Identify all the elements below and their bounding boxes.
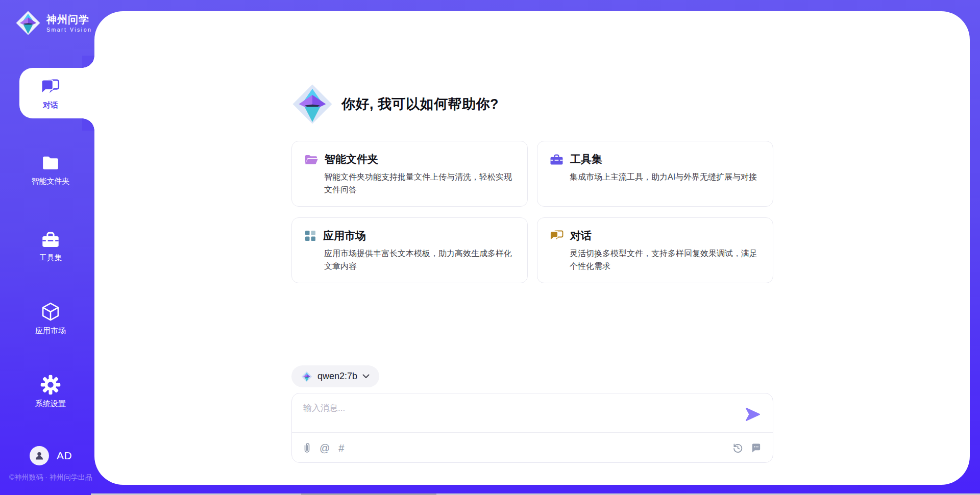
card-description: 集成市场上主流工具，助力AI与外界无缝扩展与对接: [570, 171, 761, 184]
model-selector[interactable]: qwen2:7b: [291, 365, 379, 387]
assistant-logo-icon: [291, 83, 333, 125]
card-description: 智能文件夹功能支持批量文件上传与清洗，轻松实现文件问答: [324, 171, 515, 196]
model-logo-icon: [301, 371, 312, 382]
avatar: [30, 446, 49, 465]
message-composer: @ #: [291, 393, 773, 463]
card-toolset[interactable]: 工具集 集成市场上主流工具，助力AI与外界无缝扩展与对接: [537, 141, 773, 207]
person-icon: [33, 450, 45, 462]
history-icon[interactable]: [732, 442, 743, 453]
main-panel: 你好, 我可以如何帮助你? 智能文件夹 智能文件夹功能支持批量文件上传与清洗，轻…: [94, 11, 970, 485]
chat-bubbles-icon: [550, 230, 564, 242]
card-title: 智能文件夹: [325, 152, 378, 166]
card-header: 工具集: [550, 152, 761, 166]
card-header: 对话: [550, 229, 761, 243]
sidebar-item-label: 工具集: [39, 253, 62, 263]
copyright-text: ©神州数码 · 神州问学出品: [9, 473, 92, 482]
card-title: 工具集: [570, 152, 602, 166]
sidebar-item-label: 对话: [43, 101, 58, 110]
card-smart-folder[interactable]: 智能文件夹 智能文件夹功能支持批量文件上传与清洗，轻松实现文件问答: [291, 141, 528, 207]
hashtag-icon[interactable]: #: [338, 443, 344, 453]
sidebar-item-toolset[interactable]: 工具集: [5, 229, 96, 263]
composer-toolbar: @ #: [292, 433, 773, 463]
sidebar-item-smart-folder[interactable]: 智能文件夹: [5, 153, 96, 186]
brand-logo-icon: [15, 10, 41, 36]
send-icon[interactable]: [745, 407, 761, 422]
user-account[interactable]: AD: [30, 446, 72, 465]
brand-name: 神州问学: [46, 14, 92, 26]
sidebar-item-label: 应用市场: [35, 326, 66, 336]
model-name: qwen2:7b: [317, 371, 357, 382]
greeting-title: 你好, 我可以如何帮助你?: [341, 95, 499, 113]
sidebar-item-label: 系统设置: [35, 399, 66, 409]
card-header: 应用市场: [304, 229, 515, 243]
user-initials: AD: [57, 450, 72, 462]
app-root: 神州问学 Smart Vision 对话: [0, 0, 980, 495]
composer-toolbar-right: [732, 442, 762, 453]
grid-icon: [304, 230, 316, 242]
folder-icon: [40, 153, 61, 173]
brand-text: 神州问学 Smart Vision: [46, 14, 92, 33]
card-header: 智能文件夹: [304, 152, 515, 166]
card-description: 灵活切换多模型文件，支持多样回复效果调试，满足个性化需求: [570, 247, 761, 273]
sidebar: 神州问学 Smart Vision 对话: [0, 0, 94, 495]
gear-icon: [40, 374, 61, 395]
toolbox-icon: [40, 229, 61, 250]
card-title: 应用市场: [323, 229, 366, 243]
sidebar-item-app-market[interactable]: 应用市场: [5, 301, 96, 336]
paperclip-icon[interactable]: [303, 442, 311, 454]
chevron-down-icon: [362, 374, 370, 379]
mention-icon[interactable]: @: [320, 443, 330, 453]
card-description: 应用市场提供丰富长文本模板，助力高效生成多样化文章内容: [324, 247, 515, 273]
active-tab-fillet-top: [82, 56, 94, 68]
toolbox-icon: [550, 154, 564, 165]
feature-cards: 智能文件夹 智能文件夹功能支持批量文件上传与清洗，轻松实现文件问答: [291, 141, 773, 283]
cube-icon: [40, 301, 61, 323]
message-input[interactable]: [292, 393, 731, 430]
sidebar-item-label: 智能文件夹: [32, 177, 70, 186]
card-app-market[interactable]: 应用市场 应用市场提供丰富长文本模板，助力高效生成多样化文章内容: [291, 217, 528, 283]
folder-open-icon: [304, 154, 318, 165]
brand[interactable]: 神州问学 Smart Vision: [15, 10, 92, 36]
card-title: 对话: [570, 229, 592, 243]
sidebar-item-settings[interactable]: 系统设置: [5, 374, 96, 409]
active-tab-fillet-bottom: [82, 118, 94, 131]
composer-toolbar-left: @ #: [303, 442, 344, 454]
chat-bubbles-icon: [40, 77, 61, 97]
feedback-bubble-icon[interactable]: [751, 442, 762, 453]
card-chat[interactable]: 对话 灵活切换多模型文件，支持多样回复效果调试，满足个性化需求: [537, 217, 773, 283]
sidebar-item-chat[interactable]: 对话: [5, 77, 96, 110]
brand-subtitle: Smart Vision: [46, 27, 92, 33]
greeting: 你好, 我可以如何帮助你?: [291, 83, 499, 125]
